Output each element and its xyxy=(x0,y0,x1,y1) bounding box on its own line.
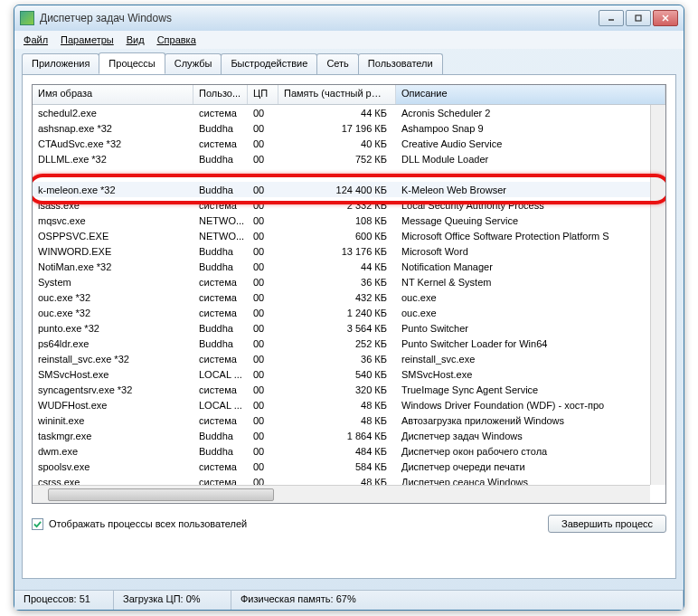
tab-3[interactable]: Быстродействие xyxy=(221,53,317,75)
cell-desc xyxy=(396,174,665,175)
table-row[interactable]: WINWORD.EXEBuddha0013 176 КБMicrosoft Wo… xyxy=(33,243,665,259)
cell-cpu: 00 xyxy=(248,230,278,242)
titlebar[interactable]: Диспетчер задач Windows xyxy=(14,5,684,31)
table-row[interactable]: ashsnap.exe *32Buddha0017 196 КБAshampoo… xyxy=(33,120,665,136)
table-row[interactable]: Systemсистема0036 КБNT Kernel & System xyxy=(33,274,665,289)
cell-mem: 36 КБ xyxy=(278,353,396,365)
tab-2[interactable]: Службы xyxy=(165,53,222,75)
cell-user: LOCAL ... xyxy=(193,368,248,381)
table-row[interactable]: OSPPSVC.EXENETWO...00600 КБMicrosoft Off… xyxy=(33,228,665,243)
cell-desc: SMSvcHost.exe xyxy=(396,368,665,381)
menu-file[interactable]: Файл xyxy=(18,33,53,47)
cell-desc: Punto Switcher xyxy=(396,322,665,335)
table-row[interactable]: k-meleon.exe *32Buddha00124 400 КБK-Mele… xyxy=(33,182,665,197)
cell-mem: 124 400 КБ xyxy=(278,184,396,196)
table-row[interactable] xyxy=(33,166,665,182)
cell-name: reinstall_svc.exe *32 xyxy=(33,353,193,365)
cell-cpu: 00 xyxy=(248,184,278,196)
cell-name: wininit.exe xyxy=(33,414,193,427)
cell-cpu: 00 xyxy=(248,368,278,381)
table-row[interactable]: spoolsv.exeсистема00584 КБДиспетчер очер… xyxy=(33,459,665,474)
table-row[interactable]: NotiMan.exe *32Buddha0044 КБNotification… xyxy=(33,259,665,274)
cell-user: система xyxy=(193,307,248,319)
cell-name: spoolsv.exe xyxy=(33,460,193,473)
table-row[interactable]: CTAudSvc.exe *32система0040 КБCreative A… xyxy=(33,136,665,151)
cell-mem: 252 КБ xyxy=(278,337,396,350)
table-row[interactable]: mqsvc.exeNETWO...00108 КБMessage Queuing… xyxy=(33,213,665,228)
col-image-name[interactable]: Имя образа xyxy=(33,85,193,104)
cell-name: ouc.exe *32 xyxy=(33,307,193,319)
cell-mem xyxy=(278,174,396,175)
table-row[interactable]: dwm.exeBuddha00484 КБДиспетчер окон рабо… xyxy=(33,443,665,459)
cell-cpu: 00 xyxy=(248,307,278,319)
menu-view[interactable]: Вид xyxy=(121,33,150,47)
menu-help[interactable]: Справка xyxy=(152,33,202,47)
menu-options[interactable]: Параметры xyxy=(55,33,119,47)
cell-cpu: 00 xyxy=(248,399,278,412)
cell-desc: Creative Audio Service xyxy=(396,137,665,150)
table-row[interactable]: wininit.exeсистема0048 КБАвтозагрузка пр… xyxy=(33,412,665,428)
cell-mem: 1 864 КБ xyxy=(278,430,396,442)
cell-mem: 3 564 КБ xyxy=(278,322,396,335)
cell-cpu: 00 xyxy=(248,245,278,258)
cell-mem: 13 176 КБ xyxy=(278,245,396,258)
col-description[interactable]: Описание xyxy=(396,85,665,104)
status-memory: Физическая память: 67% xyxy=(231,591,684,610)
cell-desc: Microsoft Office Software Protection Pla… xyxy=(396,230,665,242)
cell-user xyxy=(193,174,248,175)
table-row[interactable]: DLLML.exe *32Buddha00752 КБDLL Module Lo… xyxy=(33,151,665,166)
cell-desc: K-Meleon Web Browser xyxy=(396,184,665,196)
menubar: Файл Параметры Вид Справка xyxy=(14,31,684,49)
cell-desc: Punto Switcher Loader for Win64 xyxy=(396,337,665,350)
cell-desc: Message Queuing Service xyxy=(396,214,665,227)
table-row[interactable]: taskmgr.exeBuddha001 864 КБДиспетчер зад… xyxy=(33,428,665,443)
table-row[interactable]: ouc.exe *32система00432 КБouc.exe xyxy=(33,289,665,305)
table-row[interactable]: schedul2.exeсистема0044 КБAcronis Schedu… xyxy=(33,105,665,120)
tab-5[interactable]: Пользователи xyxy=(358,53,443,75)
cell-name: WUDFHost.exe xyxy=(33,399,193,412)
cell-cpu xyxy=(248,174,278,175)
cell-user: NETWO... xyxy=(193,214,248,227)
table-row[interactable]: ps64ldr.exeBuddha00252 КБPunto Switcher … xyxy=(33,336,665,351)
cell-cpu: 00 xyxy=(248,199,278,212)
horizontal-scroll-thumb[interactable] xyxy=(48,488,274,501)
table-row[interactable]: ouc.exe *32система001 240 КБouc.exe xyxy=(33,305,665,320)
table-row[interactable]: WUDFHost.exeLOCAL ...0048 КБWindows Driv… xyxy=(33,397,665,412)
end-process-button[interactable]: Завершить процесс xyxy=(548,515,666,533)
close-button[interactable] xyxy=(653,10,678,26)
cell-user: система xyxy=(193,137,248,150)
list-body[interactable]: schedul2.exeсистема0044 КБAcronis Schedu… xyxy=(33,105,665,487)
maximize-button[interactable] xyxy=(626,10,651,26)
tab-1[interactable]: Процессы xyxy=(99,52,165,74)
tab-0[interactable]: Приложения xyxy=(22,53,99,75)
cell-mem: 540 КБ xyxy=(278,368,396,381)
table-row[interactable]: SMSvcHost.exeLOCAL ...00540 КБSMSvcHost.… xyxy=(33,366,665,382)
col-cpu[interactable]: ЦП xyxy=(248,85,278,104)
vertical-scrollbar[interactable] xyxy=(650,105,665,485)
minimize-button[interactable] xyxy=(599,10,624,26)
cell-name: NotiMan.exe *32 xyxy=(33,261,193,273)
cell-mem: 484 КБ xyxy=(278,445,396,458)
cell-user: система xyxy=(193,291,248,304)
process-list[interactable]: Имя образа Пользо... ЦП Память (частный … xyxy=(32,84,666,504)
table-row[interactable]: reinstall_svc.exe *32система0036 КБreins… xyxy=(33,351,665,366)
cell-mem: 40 КБ xyxy=(278,137,396,150)
cell-cpu: 00 xyxy=(248,276,278,289)
table-row[interactable]: punto.exe *32Buddha003 564 КБPunto Switc… xyxy=(33,320,665,336)
col-user[interactable]: Пользо... xyxy=(193,85,248,104)
cell-mem: 44 КБ xyxy=(278,107,396,119)
cell-user: Buddha xyxy=(193,445,248,458)
cell-cpu: 00 xyxy=(248,107,278,119)
cell-name: ps64ldr.exe xyxy=(33,337,193,350)
cell-mem: 584 КБ xyxy=(278,460,396,473)
cell-cpu: 00 xyxy=(248,414,278,427)
cell-cpu: 00 xyxy=(248,214,278,227)
cell-cpu: 00 xyxy=(248,337,278,350)
horizontal-scrollbar[interactable] xyxy=(33,485,650,503)
cell-user: Buddha xyxy=(193,245,248,258)
table-row[interactable]: lsass.exeсистема002 332 КБLocal Security… xyxy=(33,197,665,213)
col-memory[interactable]: Память (частный рабо... xyxy=(278,85,396,104)
show-all-users-checkbox[interactable] xyxy=(32,518,43,530)
table-row[interactable]: syncagentsrv.exe *32система00320 КБTrueI… xyxy=(33,382,665,397)
tab-4[interactable]: Сеть xyxy=(316,53,358,75)
